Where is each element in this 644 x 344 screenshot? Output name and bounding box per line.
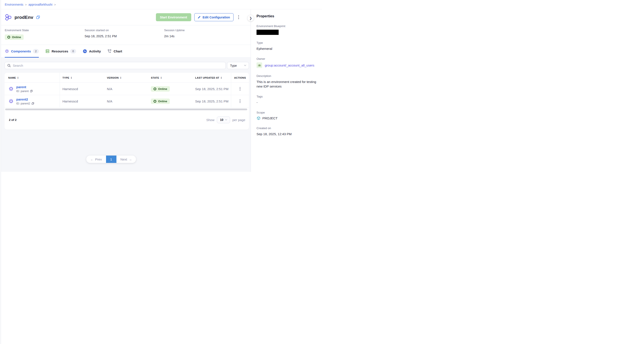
tags-label: Tags xyxy=(256,95,318,98)
row-actions-menu-icon[interactable] xyxy=(238,86,242,92)
search-box xyxy=(4,62,226,69)
component-last-updated: Sep 18, 2025, 2:51 PM xyxy=(192,87,231,91)
tab-resources-count: 0 xyxy=(70,49,76,53)
copy-id-icon[interactable] xyxy=(32,102,34,105)
collapse-panel-button[interactable]: ❯ xyxy=(248,15,254,21)
component-name-link[interactable]: parent xyxy=(16,85,33,89)
tags-value: - xyxy=(256,100,318,105)
breadcrumb-separator: > xyxy=(54,3,56,6)
online-ring-icon xyxy=(154,100,156,103)
sort-icon: ▲▼ xyxy=(17,76,19,79)
component-name-link[interactable]: parent2 xyxy=(16,97,34,101)
scope-label: Scope xyxy=(256,111,318,114)
tab-chart-label: Chart xyxy=(114,49,122,53)
table-header-row: NAME▲▼ TYPE▲▼ VERSION▲▼ STATE▲▼ LAST UPD… xyxy=(4,73,249,83)
components-table: NAME▲▼ TYPE▲▼ VERSION▲▼ STATE▲▼ LAST UPD… xyxy=(4,73,249,130)
column-header-actions: ACTIONS xyxy=(231,73,249,82)
component-version: N/A xyxy=(104,99,148,103)
left-gutter xyxy=(0,0,1,172)
page-1-button[interactable]: 1 xyxy=(106,156,116,163)
environment-header: prodEnv Start Environment Edit Configura… xyxy=(0,9,251,25)
search-icon xyxy=(7,64,11,67)
scope-value: PROJECT xyxy=(262,116,278,120)
session-started-label: Session started on xyxy=(84,28,164,32)
header-more-options-icon[interactable] xyxy=(236,14,241,20)
tab-components-label: Components xyxy=(11,49,31,53)
column-header-type[interactable]: TYPE▲▼ xyxy=(60,73,104,82)
component-id: ID: parent2 xyxy=(16,102,30,105)
properties-title: Properties xyxy=(256,14,318,18)
environment-stats: Environment State Online Session started… xyxy=(0,25,251,45)
tab-components[interactable]: Components 2 xyxy=(5,45,39,57)
column-header-state[interactable]: STATE▲▼ xyxy=(148,73,192,82)
copy-name-icon[interactable] xyxy=(36,15,40,19)
sort-icon: ▲▼ xyxy=(160,76,162,79)
created-on-label: Created on xyxy=(256,126,318,130)
online-ring-icon xyxy=(154,87,156,90)
type-value: Ephemeral xyxy=(256,46,318,51)
start-environment-button[interactable]: Start Environment xyxy=(156,13,191,21)
tab-activity[interactable]: Activity xyxy=(82,45,101,57)
component-id: ID: parent xyxy=(16,89,28,93)
group-icon xyxy=(256,62,262,68)
tab-resources[interactable]: Resources 0 xyxy=(45,45,76,57)
sort-icon: ▲▼ xyxy=(220,76,222,79)
components-panel: Type NAME▲▼ TYPE▲▼ VERSION▲▼ STATE▲▼ LAS… xyxy=(0,58,251,172)
gear-icon xyxy=(8,86,14,91)
page-size-dropdown[interactable]: 10 xyxy=(217,117,230,123)
chart-flow-icon xyxy=(107,49,112,53)
edit-configuration-button[interactable]: Edit Configuration xyxy=(194,13,234,21)
show-label: Show xyxy=(206,118,214,122)
description-label: Description xyxy=(256,74,318,77)
type-label: Type xyxy=(256,41,318,44)
session-started-value: Sep 18, 2025, 2:51 PM xyxy=(84,34,164,38)
environment-state-badge: Online xyxy=(5,34,24,40)
column-header-last-updated[interactable]: LAST UPDATED AT▲▼ xyxy=(192,73,231,82)
next-page-button[interactable]: Next → xyxy=(116,156,136,163)
description-value: This is an environment created for testi… xyxy=(256,79,318,89)
search-input[interactable] xyxy=(13,64,223,67)
tab-components-count: 2 xyxy=(33,49,39,53)
chevron-down-icon xyxy=(225,118,227,120)
page-title: prodEnv xyxy=(14,15,34,20)
environment-state-label: Environment State xyxy=(5,28,84,32)
sort-icon: ▲▼ xyxy=(71,76,72,79)
component-version: N/A xyxy=(104,87,148,91)
properties-panel: Properties Environment Blueprint Type Ep… xyxy=(251,9,322,172)
breadcrumb-environments-link[interactable]: Environments xyxy=(5,3,24,6)
tab-chart[interactable]: Chart xyxy=(107,45,122,57)
row-count-summary: 2 of 2 xyxy=(9,118,16,121)
prev-page-button[interactable]: ← Prev xyxy=(86,156,106,163)
arrow-right-icon: → xyxy=(128,157,132,161)
row-actions-menu-icon[interactable] xyxy=(238,98,242,104)
tab-resources-label: Resources xyxy=(52,49,68,53)
resources-stack-icon xyxy=(45,49,50,53)
breadcrumb-separator: > xyxy=(25,3,27,6)
activity-pulse-icon xyxy=(82,49,87,53)
per-page-label: per page xyxy=(232,118,245,122)
type-filter-dropdown[interactable]: Type xyxy=(227,62,249,69)
breadcrumb: Environments > approvalforkhushi > xyxy=(0,0,322,9)
cube-icon xyxy=(256,116,261,120)
arrow-left-icon: ← xyxy=(90,157,94,161)
chevron-down-icon xyxy=(244,64,246,66)
chevron-right-icon: ❯ xyxy=(249,16,252,20)
column-header-name[interactable]: NAME▲▼ xyxy=(4,73,60,82)
component-last-updated: Sep 18, 2025, 2:51 PM xyxy=(192,99,231,103)
copy-id-icon[interactable] xyxy=(30,90,33,92)
pencil-icon xyxy=(198,15,201,19)
blueprint-redacted-value xyxy=(256,30,279,35)
session-uptime-label: Session Uptime xyxy=(164,28,185,32)
breadcrumb-approvalforkhushi-link[interactable]: approvalforkhushi xyxy=(28,3,52,6)
owner-group-link[interactable]: group:account/_account_all_users xyxy=(265,63,314,67)
gear-icon xyxy=(8,99,14,104)
session-uptime-value: 2m 14s xyxy=(164,34,185,38)
tab-bar: Components 2 Resources 0 xyxy=(0,45,251,58)
column-header-version[interactable]: VERSION▲▼ xyxy=(104,73,148,82)
component-type: Harnesscd xyxy=(60,99,104,103)
sort-icon: ▲▼ xyxy=(120,76,122,79)
table-row: parent ID: parent Harnesscd N/A xyxy=(4,83,249,95)
table-row: parent2 ID: parent2 Harnesscd N/A xyxy=(4,95,249,107)
pager: ← Prev 1 Next → xyxy=(86,156,136,163)
component-state-badge: Online xyxy=(151,86,170,92)
